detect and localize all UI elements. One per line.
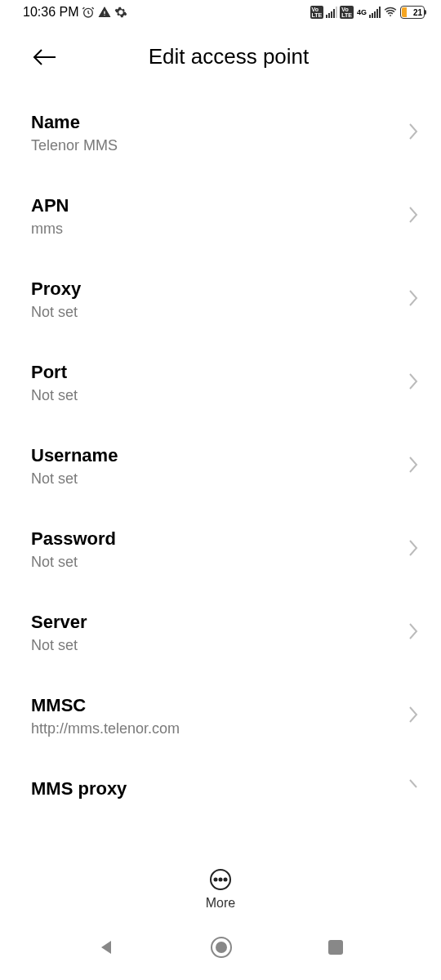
svg-point-4	[215, 879, 217, 881]
nav-recent-button[interactable]	[327, 938, 345, 956]
setting-value: Telenor MMS	[31, 137, 118, 154]
setting-value: Not set	[31, 304, 81, 321]
chevron-right-icon	[408, 372, 418, 394]
battery-icon: 21	[400, 6, 425, 19]
setting-value: Not set	[31, 470, 118, 488]
back-button[interactable]	[33, 48, 65, 66]
chevron-right-icon	[408, 122, 418, 144]
status-left: 10:36 PM	[23, 5, 127, 20]
setting-label: MMS proxy	[31, 778, 127, 800]
setting-value: Not set	[31, 637, 87, 654]
svg-rect-2	[105, 11, 105, 14]
chevron-right-icon	[408, 622, 418, 644]
setting-mms-proxy[interactable]: MMS proxy	[31, 759, 418, 804]
setting-name[interactable]: Name Telenor MMS	[31, 92, 418, 176]
more-button[interactable]: More	[0, 868, 441, 911]
setting-label: Name	[31, 112, 118, 133]
setting-label: Proxy	[31, 278, 81, 300]
svg-rect-9	[328, 940, 343, 955]
setting-mmsc[interactable]: MMSC http://mms.telenor.com	[31, 675, 418, 759]
chevron-right-icon	[408, 456, 418, 477]
setting-value: http://mms.telenor.com	[31, 720, 180, 737]
more-icon	[209, 868, 232, 891]
setting-username[interactable]: Username Not set	[31, 425, 418, 509]
nav-back-button[interactable]	[96, 938, 116, 957]
gear-icon	[114, 6, 127, 19]
warning-icon	[98, 6, 111, 19]
settings-list: Name Telenor MMS APN mms Proxy Not set P…	[0, 92, 441, 804]
setting-value: mms	[31, 220, 69, 238]
setting-password[interactable]: Password Not set	[31, 509, 418, 592]
setting-value: Not set	[31, 387, 78, 404]
more-label: More	[206, 896, 235, 911]
setting-label: Server	[31, 612, 87, 633]
svg-point-8	[216, 942, 226, 952]
setting-port[interactable]: Port Not set	[31, 342, 418, 425]
chevron-right-icon	[408, 289, 418, 310]
signal-2-icon	[369, 7, 381, 18]
wifi-icon	[383, 6, 398, 19]
alarm-icon	[82, 6, 95, 19]
app-header: Edit access point	[0, 24, 441, 92]
setting-proxy[interactable]: Proxy Not set	[31, 259, 418, 342]
system-nav-bar	[0, 923, 441, 980]
status-right: VoLTE VoLTE 4G 21	[310, 6, 425, 19]
setting-apn[interactable]: APN mms	[31, 176, 418, 259]
setting-label: Username	[31, 445, 118, 466]
setting-label: Password	[31, 528, 116, 550]
svg-point-5	[220, 879, 222, 881]
svg-point-1	[105, 15, 105, 16]
setting-label: MMSC	[31, 695, 180, 716]
nav-home-button[interactable]	[210, 936, 233, 959]
svg-point-6	[225, 879, 227, 881]
volte-icon: VoLTE	[310, 6, 324, 19]
chevron-right-icon	[408, 706, 418, 727]
setting-label: APN	[31, 195, 69, 216]
chevron-right-icon	[408, 539, 418, 560]
setting-label: Port	[31, 362, 78, 383]
status-bar: 10:36 PM VoLTE VoLTE 4G 21	[0, 0, 441, 24]
signal-1-icon	[326, 7, 337, 18]
setting-server[interactable]: Server Not set	[31, 592, 418, 675]
network-4g-icon: 4G	[357, 10, 367, 16]
page-title: Edit access point	[65, 44, 425, 69]
chevron-right-icon	[408, 778, 418, 800]
chevron-right-icon	[408, 206, 418, 227]
setting-value: Not set	[31, 554, 116, 571]
status-time: 10:36 PM	[23, 5, 78, 20]
volte-icon-2: VoLTE	[340, 6, 354, 19]
